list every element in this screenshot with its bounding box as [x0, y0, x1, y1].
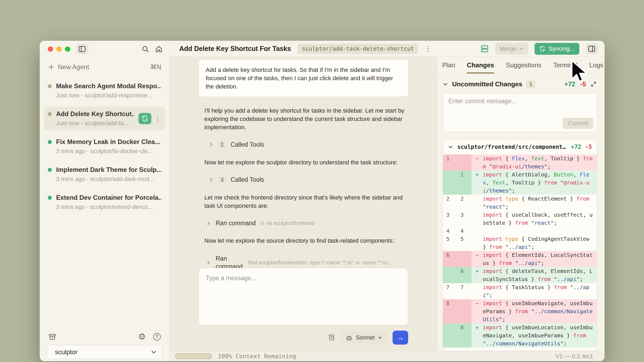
status-bar: 100% Context Remaining V1 — 0.2.4rc1	[170, 351, 605, 361]
sidebar-toggle-button[interactable]	[76, 44, 88, 54]
sync-button[interactable]	[138, 113, 151, 124]
status-dot	[48, 112, 52, 116]
kebab-menu-icon[interactable]: ⋮	[154, 115, 161, 122]
stack-layers-icon[interactable]	[480, 45, 489, 53]
new-agent-button[interactable]: New Agent ⌘N	[40, 57, 169, 73]
agent-subtitle: Just now - sculptor/add-ta...	[56, 120, 134, 127]
agent-list-item[interactable]: Add Delete Key Shortcut...Just now - scu…	[44, 107, 165, 130]
tool-count-badge: 2	[218, 141, 227, 149]
new-line-number: 2	[457, 195, 471, 211]
page-title: Add Delete Key Shortcut For Tasks	[179, 45, 291, 53]
diff-card: sculptor/frontend/src/component… +72 -5 …	[443, 139, 597, 351]
agent-title: Make Search Agent Modal Respo...	[56, 82, 161, 90]
composer: Sonnet →	[170, 268, 437, 351]
search-icon[interactable]	[141, 45, 149, 53]
chevron-down-icon	[378, 335, 382, 340]
new-line-number: 3	[457, 211, 471, 227]
old-line-number: 4	[443, 227, 457, 235]
diff-body[interactable]: 1−import { Flex, Text, Tooltip } from "@…	[443, 154, 597, 351]
sidebar-toggle-icon	[78, 45, 86, 53]
sidebar-footer: ⚙ ? sculptor	[40, 330, 169, 361]
new-agent-label: New Agent	[58, 63, 89, 71]
commit-button[interactable]: Commit	[563, 118, 593, 129]
tab-plan[interactable]: Plan	[442, 61, 455, 73]
chat-scroll-area[interactable]: Add a delete key shortcut for tasks. So …	[170, 57, 437, 268]
new-agent-shortcut: ⌘N	[150, 63, 161, 71]
tab-changes[interactable]: Changes	[467, 61, 494, 73]
code-line: import { TaskStatus } from "../api";	[483, 283, 597, 299]
old-line-number: 8	[443, 299, 457, 323]
assistant-message: I'll help you add a delete key shortcut …	[204, 106, 408, 131]
called-tools-toggle[interactable]: 3 Called Tools	[209, 176, 408, 184]
old-line-number: 6	[443, 251, 457, 267]
old-line-number: 3	[443, 211, 457, 227]
merge-button[interactable]: Merge	[495, 43, 528, 55]
ran-command-toggle[interactable]: Ran command ls -la sculptor/frontend/	[206, 220, 408, 227]
close-window-button[interactable]	[48, 46, 53, 52]
tab-logs[interactable]: Logs	[589, 61, 603, 73]
syncing-button[interactable]: Syncing...	[535, 43, 579, 55]
status-dot	[48, 196, 52, 200]
old-line-number: 7	[443, 283, 457, 299]
diff-marker	[471, 227, 483, 235]
lines-removed: -5	[580, 80, 586, 88]
project-select[interactable]: sculptor	[47, 345, 162, 359]
diff-row: 22import type { ReactElement } from "rea…	[443, 195, 597, 211]
model-select-button[interactable]: Sonnet	[341, 331, 387, 344]
chevron-down-icon	[519, 46, 524, 51]
home-icon[interactable]	[155, 45, 163, 53]
diff-marker	[471, 283, 483, 299]
tool-count-badge: 3	[218, 176, 227, 184]
diff-row: 8+import { useImbueLocation, useImbueNav…	[443, 323, 597, 348]
scroll-icon[interactable]	[327, 334, 335, 342]
assistant-message: Let me check the frontend directory sinc…	[204, 193, 408, 210]
diff-marker	[471, 211, 483, 227]
assistant-message: Now let me explore the sculptor director…	[204, 158, 408, 167]
help-icon[interactable]: ?	[153, 333, 161, 341]
file-lines-removed: -5	[585, 144, 592, 150]
diff-row: 77import { TaskStatus } from "../api";	[443, 283, 597, 299]
agent-list-item[interactable]: Implement Dark Theme for Sculp...3 mins …	[44, 162, 165, 186]
diff-file-header[interactable]: sculptor/frontend/src/component… +72 -5	[443, 139, 597, 154]
diff-row: 8−import { useImbueNavigate, useImbuePar…	[443, 299, 597, 323]
tab-terminal[interactable]: Terminal	[553, 61, 578, 73]
agent-list-item[interactable]: Extend Dev Container for Porcela...3 min…	[44, 190, 165, 214]
topbar: Add Delete Key Shortcut For Tasks sculpt…	[170, 41, 605, 57]
chat-panel: Add a delete key shortcut for tasks. So …	[170, 57, 437, 351]
diff-row: 33import { useCallback, useEffect, useSt…	[443, 211, 597, 227]
diff-marker: −	[471, 299, 483, 323]
old-line-number	[443, 323, 457, 348]
tab-suggestions[interactable]: Suggestions	[506, 61, 541, 73]
chevron-down-icon	[448, 144, 453, 150]
uncommitted-changes-header[interactable]: Uncommitted Changes 1 +72 -5	[437, 74, 605, 93]
send-button[interactable]: →	[393, 331, 408, 345]
context-progress-bar	[175, 353, 212, 359]
right-panel-toggle-button[interactable]	[586, 43, 598, 54]
minimize-window-button[interactable]	[56, 46, 62, 52]
tab-bar: PlanChangesSuggestionsTerminalLogs	[437, 57, 605, 74]
expand-icon[interactable]	[590, 81, 597, 88]
agent-title: Add Delete Key Shortcut...	[56, 110, 134, 118]
new-line-number	[457, 154, 471, 171]
title-kebab-menu-icon[interactable]: ⋮	[425, 45, 431, 53]
zoom-window-button[interactable]	[65, 46, 70, 52]
agent-list-item[interactable]: Make Search Agent Modal Respo...Just now…	[44, 79, 165, 102]
diff-marker: +	[471, 171, 483, 195]
settings-gear-icon[interactable]: ⚙	[138, 333, 146, 341]
new-line-number: 6	[457, 267, 471, 283]
message-input[interactable]	[199, 268, 408, 325]
agent-list-item[interactable]: Fix Memory Leak in Docker Clea...3 mins …	[44, 135, 165, 158]
diff-marker: +	[471, 267, 483, 283]
right-panel: PlanChangesSuggestionsTerminalLogs Uncom…	[437, 57, 605, 351]
ran-command-label: Ran command	[216, 254, 244, 268]
diff-row: 1−import { Flex, Text, Tooltip } from "@…	[443, 154, 597, 171]
code-line: import { deleteTask, ElementIds, LocalSy…	[483, 267, 597, 283]
diff-marker: −	[471, 154, 483, 171]
robot-icon	[346, 334, 353, 341]
ran-command-toggle[interactable]: Ran command find sculptor/frontend/src -…	[206, 254, 408, 268]
called-tools-toggle[interactable]: 2 Called Tools	[209, 141, 408, 149]
chevron-right-icon	[209, 142, 214, 147]
sync-icon	[142, 115, 148, 122]
file-lines-added: +72	[571, 144, 581, 150]
archive-icon[interactable]	[48, 333, 56, 341]
